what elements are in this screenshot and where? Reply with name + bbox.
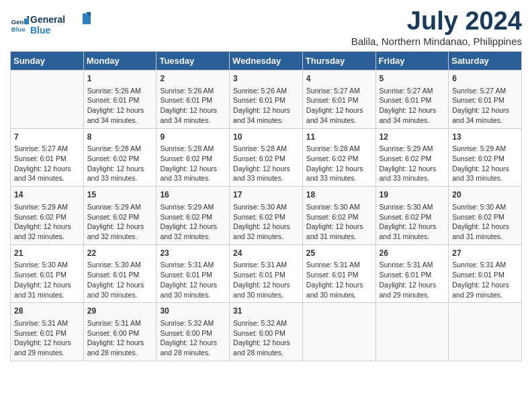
day-info: Sunrise: 5:28 AMSunset: 6:02 PMDaylight:…: [233, 144, 299, 183]
day-number: 1: [87, 73, 153, 85]
day-number: 11: [306, 132, 372, 143]
day-cell: 7Sunrise: 5:27 AMSunset: 6:01 PMDaylight…: [11, 128, 84, 187]
day-number: 15: [87, 189, 153, 201]
day-cell: 24Sunrise: 5:31 AMSunset: 6:01 PMDayligh…: [230, 244, 303, 303]
header-day-saturday: Saturday: [449, 52, 522, 71]
day-info: Sunrise: 5:31 AMSunset: 6:01 PMDaylight:…: [14, 318, 80, 358]
day-number: 28: [14, 306, 80, 317]
title-block: July 2024 Balila, Northern Mindanao, Phi…: [351, 7, 522, 47]
day-cell: 3Sunrise: 5:26 AMSunset: 6:01 PMDaylight…: [230, 71, 303, 129]
day-info: Sunrise: 5:27 AMSunset: 6:01 PMDaylight:…: [306, 86, 372, 126]
day-info: Sunrise: 5:26 AMSunset: 6:01 PMDaylight:…: [233, 86, 299, 126]
header-day-sunday: Sunday: [11, 52, 84, 71]
header-day-wednesday: Wednesday: [230, 52, 303, 71]
day-cell: 15Sunrise: 5:29 AMSunset: 6:02 PMDayligh…: [83, 187, 157, 245]
day-info: Sunrise: 5:28 AMSunset: 6:02 PMDaylight:…: [306, 144, 372, 183]
day-cell: [375, 303, 449, 361]
day-info: Sunrise: 5:28 AMSunset: 6:02 PMDaylight:…: [160, 144, 226, 183]
day-info: Sunrise: 5:27 AMSunset: 6:01 PMDaylight:…: [452, 86, 518, 126]
day-number: 7: [14, 132, 80, 143]
logo-text: General Blue: [30, 12, 91, 40]
header-day-friday: Friday: [375, 52, 449, 71]
week-row-2: 7Sunrise: 5:27 AMSunset: 6:01 PMDaylight…: [11, 128, 522, 187]
day-cell: 27Sunrise: 5:31 AMSunset: 6:01 PMDayligh…: [449, 244, 522, 303]
day-cell: 10Sunrise: 5:28 AMSunset: 6:02 PMDayligh…: [230, 128, 303, 187]
day-info: Sunrise: 5:31 AMSunset: 6:01 PMDaylight:…: [233, 260, 299, 300]
day-cell: 28Sunrise: 5:31 AMSunset: 6:01 PMDayligh…: [11, 303, 84, 361]
day-cell: [449, 303, 522, 361]
day-number: 27: [452, 248, 518, 259]
day-cell: 9Sunrise: 5:28 AMSunset: 6:02 PMDaylight…: [157, 128, 230, 187]
day-number: 30: [160, 306, 226, 317]
day-number: 10: [233, 132, 299, 143]
day-number: 29: [87, 306, 153, 317]
main-title: July 2024: [351, 7, 522, 36]
day-info: Sunrise: 5:29 AMSunset: 6:02 PMDaylight:…: [14, 202, 80, 242]
day-info: Sunrise: 5:30 AMSunset: 6:02 PMDaylight:…: [233, 202, 299, 242]
day-number: 21: [14, 248, 80, 259]
page-header: General Blue General Blue July 2024 Bali…: [10, 7, 522, 47]
day-cell: [302, 303, 375, 361]
svg-text:Blue: Blue: [11, 26, 26, 33]
day-cell: 2Sunrise: 5:26 AMSunset: 6:01 PMDaylight…: [157, 71, 230, 129]
day-info: Sunrise: 5:29 AMSunset: 6:02 PMDaylight:…: [380, 144, 445, 183]
day-cell: 23Sunrise: 5:31 AMSunset: 6:01 PMDayligh…: [157, 244, 230, 303]
day-info: Sunrise: 5:32 AMSunset: 6:00 PMDaylight:…: [233, 318, 299, 358]
svg-marker-3: [24, 19, 29, 25]
day-cell: 4Sunrise: 5:27 AMSunset: 6:01 PMDaylight…: [302, 71, 375, 129]
day-cell: 25Sunrise: 5:31 AMSunset: 6:01 PMDayligh…: [302, 244, 375, 303]
day-number: 18: [306, 189, 372, 201]
day-number: 25: [306, 248, 372, 259]
week-row-5: 28Sunrise: 5:31 AMSunset: 6:01 PMDayligh…: [11, 303, 522, 361]
day-number: 22: [87, 248, 153, 259]
day-info: Sunrise: 5:27 AMSunset: 6:01 PMDaylight:…: [380, 86, 445, 126]
day-cell: 21Sunrise: 5:30 AMSunset: 6:01 PMDayligh…: [11, 244, 84, 303]
week-row-4: 21Sunrise: 5:30 AMSunset: 6:01 PMDayligh…: [11, 244, 522, 303]
day-cell: 16Sunrise: 5:29 AMSunset: 6:02 PMDayligh…: [157, 187, 230, 245]
day-info: Sunrise: 5:29 AMSunset: 6:02 PMDaylight:…: [160, 202, 226, 242]
day-info: Sunrise: 5:27 AMSunset: 6:01 PMDaylight:…: [14, 144, 80, 183]
day-info: Sunrise: 5:30 AMSunset: 6:02 PMDaylight:…: [380, 202, 445, 242]
day-cell: [11, 71, 84, 129]
day-cell: 6Sunrise: 5:27 AMSunset: 6:01 PMDaylight…: [449, 71, 522, 129]
day-number: 17: [233, 189, 299, 201]
day-number: 24: [233, 248, 299, 259]
day-info: Sunrise: 5:31 AMSunset: 6:01 PMDaylight:…: [452, 260, 518, 300]
day-info: Sunrise: 5:29 AMSunset: 6:02 PMDaylight:…: [452, 144, 518, 183]
day-cell: 12Sunrise: 5:29 AMSunset: 6:02 PMDayligh…: [375, 128, 449, 187]
svg-text:General: General: [30, 14, 65, 25]
day-info: Sunrise: 5:31 AMSunset: 6:01 PMDaylight:…: [306, 260, 372, 300]
day-info: Sunrise: 5:31 AMSunset: 6:01 PMDaylight:…: [380, 260, 445, 300]
day-cell: 22Sunrise: 5:30 AMSunset: 6:01 PMDayligh…: [83, 244, 157, 303]
day-info: Sunrise: 5:31 AMSunset: 6:00 PMDaylight:…: [87, 318, 153, 358]
day-cell: 8Sunrise: 5:28 AMSunset: 6:02 PMDaylight…: [83, 128, 157, 187]
day-cell: 14Sunrise: 5:29 AMSunset: 6:02 PMDayligh…: [11, 187, 84, 245]
day-info: Sunrise: 5:30 AMSunset: 6:02 PMDaylight:…: [452, 202, 518, 242]
day-info: Sunrise: 5:29 AMSunset: 6:02 PMDaylight:…: [87, 202, 153, 242]
day-cell: 19Sunrise: 5:30 AMSunset: 6:02 PMDayligh…: [375, 187, 449, 245]
day-number: 9: [160, 132, 226, 143]
day-number: 12: [380, 132, 445, 143]
svg-text:Blue: Blue: [30, 25, 51, 36]
day-number: 14: [14, 189, 80, 201]
week-row-3: 14Sunrise: 5:29 AMSunset: 6:02 PMDayligh…: [11, 187, 522, 245]
day-number: 3: [233, 73, 299, 85]
day-cell: 13Sunrise: 5:29 AMSunset: 6:02 PMDayligh…: [449, 128, 522, 187]
day-cell: 26Sunrise: 5:31 AMSunset: 6:01 PMDayligh…: [375, 244, 449, 303]
day-number: 8: [87, 132, 153, 143]
week-row-1: 1Sunrise: 5:26 AMSunset: 6:01 PMDaylight…: [11, 71, 522, 129]
day-cell: 20Sunrise: 5:30 AMSunset: 6:02 PMDayligh…: [449, 187, 522, 245]
day-number: 26: [380, 248, 445, 259]
header-day-thursday: Thursday: [302, 52, 375, 71]
logo-icon: General Blue: [10, 16, 29, 35]
day-cell: 17Sunrise: 5:30 AMSunset: 6:02 PMDayligh…: [230, 187, 303, 245]
header-row: SundayMondayTuesdayWednesdayThursdayFrid…: [11, 52, 522, 71]
logo: General Blue General Blue: [10, 12, 91, 40]
day-number: 20: [452, 189, 518, 201]
subtitle: Balila, Northern Mindanao, Philippines: [351, 36, 522, 47]
day-number: 5: [380, 73, 445, 85]
day-info: Sunrise: 5:31 AMSunset: 6:01 PMDaylight:…: [160, 260, 226, 300]
calendar-table: SundayMondayTuesdayWednesdayThursdayFrid…: [10, 51, 522, 361]
day-number: 23: [160, 248, 226, 259]
day-number: 31: [233, 306, 299, 317]
